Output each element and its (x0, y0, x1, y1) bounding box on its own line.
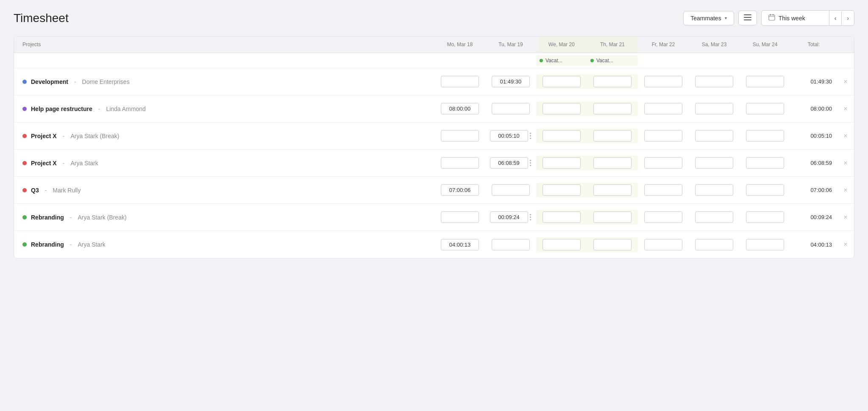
empty-input[interactable] (746, 157, 784, 169)
tu-input[interactable] (490, 211, 528, 223)
empty-input[interactable] (746, 211, 784, 223)
empty-input[interactable] (542, 157, 581, 169)
empty-input[interactable] (593, 157, 632, 169)
table-row: Rebranding - Arya Stark 04:00:13 × (14, 231, 854, 258)
tu-cell (485, 74, 536, 89)
mo-input[interactable] (441, 103, 479, 114)
col-fr: Fr, Mar 22 (638, 36, 689, 53)
empty-input[interactable] (695, 76, 733, 87)
project-person: Arya Stark (78, 241, 105, 248)
delete-button[interactable]: × (837, 105, 854, 113)
empty-cell (587, 210, 638, 225)
empty-input[interactable] (695, 130, 733, 142)
empty-input[interactable] (695, 239, 733, 250)
empty-cell (689, 101, 740, 116)
next-week-button[interactable]: › (841, 11, 854, 25)
mo-input[interactable] (441, 184, 479, 196)
tu-input[interactable] (490, 130, 528, 142)
delete-button[interactable]: × (837, 241, 854, 248)
mo-input[interactable] (441, 130, 479, 142)
empty-input[interactable] (542, 130, 581, 142)
context-menu-button[interactable] (529, 213, 532, 221)
empty-input[interactable] (746, 184, 784, 196)
empty-input[interactable] (644, 76, 682, 87)
list-view-button[interactable] (738, 11, 757, 25)
mo-input[interactable] (441, 76, 479, 87)
table-row: Project X - Arya Stark 06:08: (14, 150, 854, 177)
tu-input[interactable] (492, 76, 530, 87)
empty-input[interactable] (542, 211, 581, 223)
empty-input[interactable] (593, 211, 632, 223)
svg-rect-6 (773, 14, 773, 16)
context-menu-button[interactable] (529, 159, 532, 167)
mo-input[interactable] (441, 211, 479, 223)
empty-input[interactable] (593, 239, 632, 250)
project-cell: Project X - Arya Stark (14, 160, 434, 167)
empty-input[interactable] (542, 239, 581, 250)
tu-input[interactable] (492, 239, 530, 250)
teammates-label: Teammates (690, 15, 721, 22)
total-cell: 08:00:00 (790, 106, 837, 112)
empty-input[interactable] (593, 76, 632, 87)
empty-input[interactable] (746, 76, 784, 87)
context-menu-button[interactable] (529, 132, 532, 140)
tu-cell (485, 210, 536, 225)
empty-cell (689, 210, 740, 225)
empty-input[interactable] (695, 184, 733, 196)
we-vacation-cell: Vacat... (536, 55, 587, 66)
delete-button[interactable]: × (837, 214, 854, 221)
project-dot (22, 215, 27, 219)
empty-cell (740, 74, 790, 89)
we-vacation-label: Vacat... (545, 58, 562, 64)
project-cell: Rebranding - Arya Stark (Break) (14, 214, 434, 221)
table-row: Project X - Arya Stark (Break) (14, 122, 854, 150)
delete-button[interactable]: × (837, 78, 854, 86)
empty-input[interactable] (542, 103, 581, 114)
tu-cell (485, 183, 536, 197)
empty-cell (740, 183, 790, 197)
empty-input[interactable] (644, 157, 682, 169)
empty-cell (536, 237, 587, 252)
table-row: Q3 - Mark Rully 07:00:06 × (14, 177, 854, 204)
empty-input[interactable] (644, 239, 682, 250)
empty-input[interactable] (542, 76, 581, 87)
empty-input[interactable] (644, 103, 682, 114)
empty-input[interactable] (695, 157, 733, 169)
empty-cell (536, 128, 587, 143)
empty-cell (536, 210, 587, 225)
empty-input[interactable] (644, 184, 682, 196)
delete-button[interactable]: × (837, 186, 854, 194)
table-row: Help page restructure - Linda Ammond 08:… (14, 95, 854, 122)
empty-cell (536, 156, 587, 170)
tu-input[interactable] (492, 103, 530, 114)
teammates-button[interactable]: Teammates ▾ (683, 11, 734, 25)
mo-input[interactable] (441, 239, 479, 250)
tu-input[interactable] (492, 184, 530, 196)
empty-input[interactable] (695, 103, 733, 114)
delete-button[interactable]: × (837, 132, 854, 140)
empty-input[interactable] (644, 130, 682, 142)
empty-input[interactable] (593, 184, 632, 196)
project-sep: - (45, 187, 47, 194)
empty-input[interactable] (644, 211, 682, 223)
project-name: Q3 (31, 187, 39, 194)
empty-input[interactable] (542, 184, 581, 196)
empty-input[interactable] (593, 130, 632, 142)
empty-cell (740, 210, 790, 225)
project-name: Rebranding (31, 214, 64, 221)
empty-input[interactable] (695, 211, 733, 223)
empty-input[interactable] (746, 103, 784, 114)
tu-input[interactable] (490, 157, 528, 169)
th-vacation-label: Vacat... (596, 58, 613, 64)
empty-cell (587, 156, 638, 170)
empty-input[interactable] (746, 130, 784, 142)
project-person: Mark Rully (53, 187, 81, 194)
empty-input[interactable] (593, 103, 632, 114)
project-sep: - (70, 214, 72, 221)
prev-week-button[interactable]: ‹ (829, 11, 842, 25)
mo-input[interactable] (441, 157, 479, 169)
list-icon (744, 14, 751, 22)
empty-input[interactable] (746, 239, 784, 250)
delete-button[interactable]: × (837, 159, 854, 167)
empty-cell (536, 183, 587, 197)
